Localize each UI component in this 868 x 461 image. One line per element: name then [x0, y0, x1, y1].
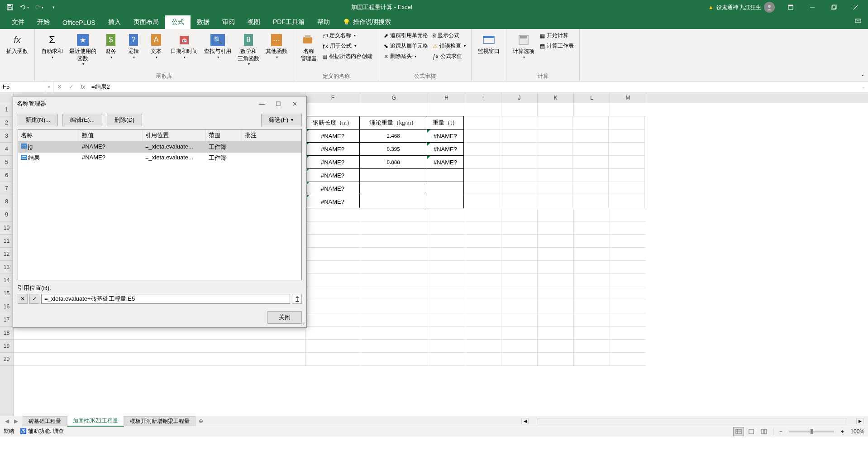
cell[interactable]: #NAME?	[305, 182, 360, 195]
share-button[interactable]	[848, 14, 868, 29]
cell[interactable]: #NAME?	[427, 142, 464, 156]
dialog-minimize-button[interactable]: —	[254, 97, 270, 110]
cell[interactable]	[610, 261, 646, 274]
cell[interactable]	[574, 353, 610, 366]
cell[interactable]	[360, 208, 428, 221]
cell[interactable]	[536, 156, 572, 169]
cell[interactable]	[360, 274, 428, 287]
cell[interactable]: 0.888	[359, 155, 427, 169]
cell[interactable]	[464, 143, 500, 156]
sheet-tab-3[interactable]: 楼板开洞新增钢梁工程量	[124, 416, 196, 426]
cell[interactable]	[360, 235, 428, 248]
formula-input[interactable]: =结果2	[89, 83, 859, 91]
col-header-F[interactable]: F	[306, 92, 360, 103]
cell[interactable]	[428, 313, 465, 327]
cell[interactable]	[306, 221, 360, 235]
cell[interactable]	[464, 130, 500, 143]
zoom-out-button[interactable]: −	[777, 428, 784, 435]
cell[interactable]: 2.468	[359, 129, 427, 143]
name-manager-button[interactable]: 名称 管理器	[298, 31, 320, 64]
cell[interactable]	[465, 248, 501, 261]
cell[interactable]: #NAME?	[305, 142, 360, 156]
cell[interactable]	[464, 195, 500, 208]
row-header-3[interactable]: 3	[0, 130, 13, 143]
hscroll-left[interactable]: ◀	[521, 418, 529, 424]
calculate-sheet-button[interactable]: ▤计算工作表	[538, 41, 576, 51]
sheet-nav-first[interactable]: ◀	[3, 418, 11, 424]
evaluate-formula-button[interactable]: ƒx公式求值	[431, 52, 467, 61]
cell[interactable]	[465, 235, 501, 248]
cell[interactable]	[610, 287, 646, 300]
cell[interactable]: #NAME?	[305, 168, 360, 182]
cell[interactable]	[574, 313, 610, 327]
cell[interactable]	[501, 221, 538, 235]
text-button[interactable]: A文本▾	[145, 31, 167, 61]
cell[interactable]	[428, 327, 465, 340]
pagelayout-view-button[interactable]	[746, 427, 757, 436]
error-checking-button[interactable]: ⚠错误检查▾	[431, 41, 467, 51]
maximize-button[interactable]	[824, 0, 844, 14]
cell[interactable]	[538, 274, 574, 287]
cell[interactable]	[428, 208, 465, 221]
redo-button[interactable]: ▾	[33, 1, 45, 14]
cell[interactable]	[610, 208, 646, 221]
cell[interactable]	[501, 287, 538, 300]
cell[interactable]	[306, 248, 360, 261]
cell[interactable]	[464, 116, 500, 130]
tab-formulas[interactable]: 公式	[165, 15, 191, 29]
calculate-now-button[interactable]: ▦开始计算	[538, 31, 576, 40]
tab-home[interactable]: 开始	[31, 15, 56, 29]
cell[interactable]	[610, 313, 646, 327]
cell[interactable]	[465, 221, 501, 235]
hscroll-right[interactable]: ▶	[856, 418, 863, 424]
refersto-input[interactable]	[41, 294, 290, 304]
col-header-J[interactable]: J	[501, 92, 538, 103]
cell[interactable]	[501, 300, 538, 313]
row-header-20[interactable]: 20	[0, 353, 13, 366]
cell[interactable]	[359, 182, 427, 195]
range-selector-button[interactable]: ↥	[292, 294, 302, 304]
close-dialog-button[interactable]: 关闭	[267, 311, 302, 324]
cell[interactable]	[538, 103, 574, 116]
cell[interactable]	[306, 274, 360, 287]
ribbon-display-options[interactable]	[780, 0, 801, 14]
cell[interactable]	[306, 261, 360, 274]
cell[interactable]	[538, 248, 574, 261]
tab-review[interactable]: 审阅	[216, 15, 241, 29]
cell[interactable]	[306, 327, 360, 340]
cell[interactable]	[609, 143, 645, 156]
row-header-2[interactable]: 2	[0, 116, 13, 130]
cell[interactable]	[500, 169, 536, 182]
cell[interactable]	[574, 340, 610, 353]
cell[interactable]	[359, 168, 427, 182]
cell[interactable]: #NAME?	[305, 129, 360, 143]
col-value-header[interactable]: 数值	[79, 130, 143, 141]
cell[interactable]	[538, 313, 574, 327]
cell[interactable]	[610, 340, 646, 353]
cell[interactable]	[500, 143, 536, 156]
save-button[interactable]	[4, 1, 16, 14]
cell[interactable]: 理论重量（kg/m）	[359, 116, 427, 130]
cancel-formula-button[interactable]: ✕	[53, 83, 65, 90]
expand-formula-bar[interactable]: ⌄	[859, 85, 868, 89]
cell[interactable]	[610, 235, 646, 248]
col-header-M[interactable]: M	[610, 92, 646, 103]
cell[interactable]	[538, 261, 574, 274]
cell[interactable]	[572, 143, 609, 156]
row-header-12[interactable]: 12	[0, 248, 13, 261]
cell[interactable]	[572, 195, 609, 208]
cell[interactable]	[572, 130, 609, 143]
cell[interactable]	[465, 103, 501, 116]
tab-file[interactable]: 文件	[5, 15, 31, 29]
zoom-level[interactable]: 100%	[850, 428, 864, 435]
cell[interactable]	[574, 103, 610, 116]
cell[interactable]	[306, 340, 360, 353]
tab-officeplus[interactable]: OfficePLUS	[56, 16, 102, 29]
cell[interactable]	[501, 274, 538, 287]
cell[interactable]	[500, 116, 536, 130]
cell[interactable]	[536, 130, 572, 143]
cell[interactable]: #NAME?	[427, 155, 464, 169]
enter-formula-button[interactable]: ✓	[65, 83, 77, 90]
row-header-16[interactable]: 16	[0, 300, 13, 313]
row-header-19[interactable]: 19	[0, 340, 13, 353]
